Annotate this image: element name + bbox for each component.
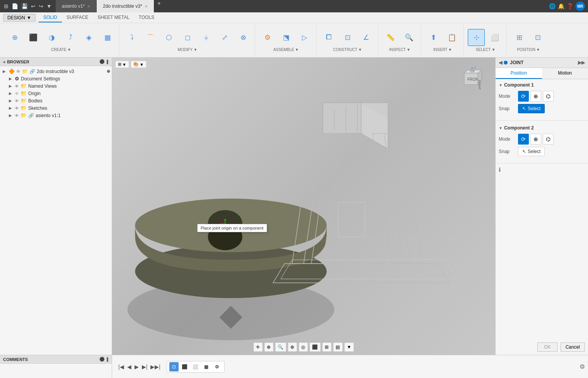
timeline-frame-select-btn[interactable]: ⊡ [169,362,179,371]
shell-btn[interactable]: ◻ [179,29,196,46]
tree-item-origin[interactable]: ▶ 👁 📁 Origin [0,90,112,97]
tab-asiento-close[interactable]: ✕ [87,4,90,9]
timeline-prev-btn[interactable]: ◀ [127,364,131,370]
component2-select-btn[interactable]: ↖ Select [518,147,545,156]
select-dropdown-icon[interactable]: ▼ [492,48,496,52]
vp-display-btn[interactable]: ▤ [333,342,343,352]
joint-tab-position[interactable]: Position [496,68,542,79]
vp-zoom-btn[interactable]: ⊕ [288,342,297,352]
timeline-frame-export-btn[interactable]: ▦ [202,362,211,371]
viewport[interactable]: ⊞ ▼ 🎨 ▼ [112,58,495,355]
assemble-dropdown-icon[interactable]: ▼ [295,48,299,52]
tree-item-named-views[interactable]: ▶ 👁 📁 Named Views [0,82,112,90]
vp-display-dropdown[interactable]: ▼ [344,342,354,352]
info-icon[interactable]: ℹ [499,167,501,173]
tree-icon-eye-origin[interactable]: 👁 [15,91,19,96]
tab-tools[interactable]: TOOLS [134,13,159,22]
select-btn-tool[interactable]: ⊹ [468,29,485,46]
bottom-settings-icon[interactable]: ⚙ [579,363,585,370]
redo-icon[interactable]: ↪ [38,2,44,10]
loft-btn[interactable]: ◈ [80,29,97,46]
add-tab-button[interactable]: + [154,0,164,12]
vp-look-btn[interactable]: ◎ [298,342,308,352]
joint-expand-btn[interactable]: ▶▶ [578,60,585,65]
rib-btn[interactable]: ▦ [99,29,116,46]
create-dropdown-icon[interactable]: ▼ [67,48,71,52]
tab-solid[interactable]: SOLID [39,13,62,22]
insert-mesh-btn[interactable]: ⬆ [425,29,442,46]
tab-asiento[interactable]: asiento v1* ✕ [56,0,97,12]
combine-btn[interactable]: ⊗ [235,29,252,46]
position-dropdown-icon[interactable]: ▼ [536,48,540,52]
sweep-btn[interactable]: ⤴ [62,29,79,46]
tree-icon-eye-named[interactable]: 👁 [15,84,19,89]
bell-icon[interactable]: 🔔 [558,3,564,9]
timeline-next-btn[interactable]: ▶| [142,364,148,370]
extrude-btn[interactable]: ⬛ [25,29,42,46]
menu-icon[interactable]: ▼ [46,2,53,10]
browser-settings-icon[interactable]: ⚫ [99,59,105,64]
vp-move-btn[interactable]: ✛ [253,342,262,352]
rigid-group-btn[interactable]: ⬔ [278,29,295,46]
component1-mode-copy-btn[interactable]: ⊕ [530,91,541,102]
file-icon[interactable]: 📄 [11,2,19,10]
align-btn[interactable]: ⊡ [529,29,546,46]
drive-btn[interactable]: ▷ [296,29,313,46]
plane-angle-btn[interactable]: ∠ [358,29,375,46]
timeline-play-btn[interactable]: ▶ [135,364,139,370]
timeline-frame-capture-btn[interactable]: ⬛ [180,362,189,371]
press-pull-btn[interactable]: ⤵ [123,29,140,46]
inspect-dropdown-icon[interactable]: ▼ [407,48,411,52]
tab-2do[interactable]: 2do instructible v3* ✕ [97,0,154,12]
offset-plane-btn[interactable]: ⧠ [320,29,337,46]
joint-tab-motion[interactable]: Motion [542,68,588,79]
vp-grid-btn[interactable]: ⊞ [322,342,331,352]
tree-item-doc-settings[interactable]: ▶ ⚙ Document Settings [0,75,112,82]
joint-ok-btn[interactable]: OK [537,342,557,352]
avatar[interactable]: MR [576,2,585,11]
component1-select-btn[interactable]: ↖ Select [518,104,545,113]
revolve-btn[interactable]: ◑ [43,29,60,46]
joint-collapse-btn[interactable]: ◀ [499,60,502,65]
insert-svg-btn[interactable]: 📋 [443,29,460,46]
timeline-frame-right-btn[interactable]: ⬜ [191,362,200,371]
fillet-btn[interactable]: ⌒ [142,29,159,46]
component1-mode-rotate-btn[interactable]: ⟳ [518,91,529,102]
tab-surface[interactable]: SURFACE [62,13,93,22]
component1-mode-spring-btn[interactable]: ⌬ [543,91,554,102]
vp-zoom-window-btn[interactable]: 🔍 [275,342,286,352]
timeline-settings-btn[interactable]: ⚙ [213,362,222,371]
vp-cube-btn[interactable]: ⬛ [309,342,320,352]
measure-btn[interactable]: 📏 [382,29,399,46]
insert-dropdown-icon[interactable]: ▼ [448,48,452,52]
browser-collapse-icon[interactable]: « [3,60,5,64]
construct-dropdown-icon[interactable]: ▼ [358,48,362,52]
chamfer-btn[interactable]: ⬡ [160,29,177,46]
globe-icon[interactable]: 🌐 [549,3,556,9]
browser-expand-icon[interactable]: ‖ [106,59,109,64]
tab-sheet-metal[interactable]: SHEET METAL [93,13,134,22]
undo-icon[interactable]: ↩ [30,2,36,10]
joint-component2-header[interactable]: ▼ Component 2 [499,125,585,131]
tree-icon-eye-sketches[interactable]: 👁 [15,106,19,111]
tree-item-asiento[interactable]: ▶ 👁 📁 🔗 asiento v1:1 [0,112,112,119]
tree-icon-eye-asiento[interactable]: 👁 [15,113,19,118]
tree-item-bodies[interactable]: ▶ 👁 📁 Bodies [0,97,112,104]
interference-btn[interactable]: 🔍 [401,29,418,46]
draft-btn[interactable]: ⏚ [198,29,215,46]
joint-btn[interactable]: ⚙ [259,29,276,46]
nav-cube[interactable]: Z FRONT RIGHT TOP [457,65,487,96]
modify-dropdown-icon[interactable]: ▼ [193,48,197,52]
component2-mode-rotate-btn[interactable]: ⟳ [518,134,529,145]
joint-cancel-btn[interactable]: Cancel [561,342,585,352]
tree-action-root[interactable]: ⊕ [107,69,110,74]
midplane-btn[interactable]: ⊡ [339,29,356,46]
component2-mode-spring-btn[interactable]: ⌬ [543,134,554,145]
window-select-btn[interactable]: ⬜ [486,29,503,46]
new-component-btn[interactable]: ⊕ [6,29,23,46]
save-icon[interactable]: 💾 [20,2,29,10]
tree-icon-eye-root[interactable]: 👁 [16,69,20,74]
joint-component1-header[interactable]: ▼ Component 1 [499,82,585,88]
tree-icon-eye-bodies[interactable]: 👁 [15,99,19,103]
timeline-start-btn[interactable]: |◀ [118,364,124,370]
